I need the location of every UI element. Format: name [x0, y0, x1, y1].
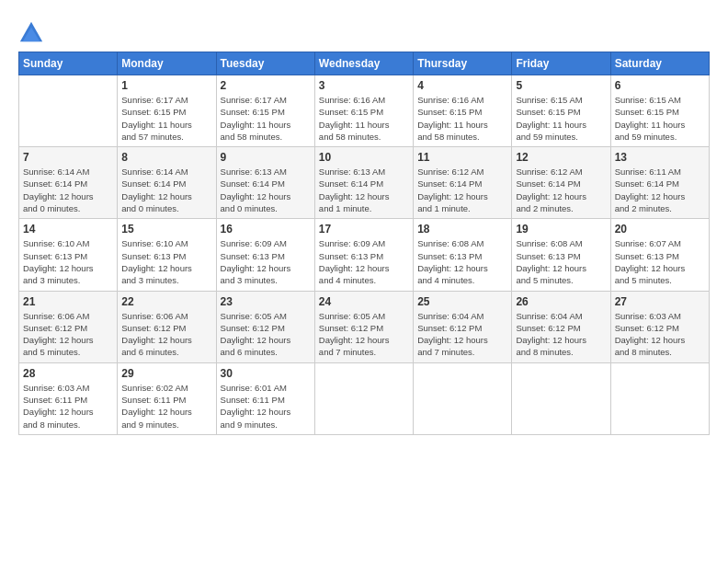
day-number: 20 — [615, 223, 705, 236]
day-number: 4 — [417, 79, 507, 92]
day-info: Sunrise: 6:02 AMSunset: 6:11 PMDaylight:… — [121, 382, 211, 431]
week-row: 7Sunrise: 6:14 AMSunset: 6:14 PMDaylight… — [19, 147, 710, 219]
day-number: 8 — [121, 151, 211, 164]
day-header-wednesday: Wednesday — [314, 52, 413, 75]
day-header-saturday: Saturday — [610, 52, 709, 75]
week-row: 28Sunrise: 6:03 AMSunset: 6:11 PMDayligh… — [19, 362, 710, 434]
day-info: Sunrise: 6:17 AMSunset: 6:15 PMDaylight:… — [221, 94, 311, 143]
calendar-cell: 15Sunrise: 6:10 AMSunset: 6:13 PMDayligh… — [118, 219, 216, 291]
calendar-cell — [414, 362, 512, 434]
day-number: 19 — [516, 223, 606, 236]
calendar-cell: 3Sunrise: 6:16 AMSunset: 6:15 PMDaylight… — [314, 75, 413, 147]
day-info: Sunrise: 6:03 AMSunset: 6:11 PMDaylight:… — [23, 382, 113, 431]
calendar-cell: 22Sunrise: 6:06 AMSunset: 6:12 PMDayligh… — [118, 291, 216, 362]
day-info: Sunrise: 6:14 AMSunset: 6:14 PMDaylight:… — [121, 166, 211, 214]
calendar-cell: 13Sunrise: 6:11 AMSunset: 6:14 PMDayligh… — [610, 147, 709, 219]
day-number: 11 — [417, 151, 507, 164]
day-number: 28 — [23, 367, 113, 380]
day-info: Sunrise: 6:03 AMSunset: 6:12 PMDaylight:… — [615, 310, 705, 359]
calendar-table: SundayMondayTuesdayWednesdayThursdayFrid… — [18, 52, 710, 435]
day-info: Sunrise: 6:09 AMSunset: 6:13 PMDaylight:… — [221, 237, 311, 286]
day-info: Sunrise: 6:01 AMSunset: 6:11 PMDaylight:… — [221, 382, 311, 431]
day-header-monday: Monday — [118, 52, 216, 75]
day-number: 12 — [516, 151, 606, 164]
calendar-cell: 16Sunrise: 6:09 AMSunset: 6:13 PMDayligh… — [216, 219, 314, 291]
calendar-cell: 1Sunrise: 6:17 AMSunset: 6:15 PMDaylight… — [118, 75, 216, 147]
day-number: 5 — [516, 79, 606, 92]
day-number: 25 — [417, 295, 507, 308]
day-info: Sunrise: 6:05 AMSunset: 6:12 PMDaylight:… — [221, 310, 311, 359]
calendar-cell: 18Sunrise: 6:08 AMSunset: 6:13 PMDayligh… — [414, 219, 512, 291]
day-number: 27 — [615, 295, 705, 308]
day-header-thursday: Thursday — [414, 52, 512, 75]
calendar-cell: 24Sunrise: 6:05 AMSunset: 6:12 PMDayligh… — [314, 291, 413, 362]
day-info: Sunrise: 6:15 AMSunset: 6:15 PMDaylight:… — [516, 94, 606, 143]
header — [18, 17, 710, 46]
calendar-cell: 27Sunrise: 6:03 AMSunset: 6:12 PMDayligh… — [610, 291, 709, 362]
day-info: Sunrise: 6:14 AMSunset: 6:14 PMDaylight:… — [23, 166, 113, 214]
day-info: Sunrise: 6:09 AMSunset: 6:13 PMDaylight:… — [319, 237, 409, 286]
calendar-cell: 17Sunrise: 6:09 AMSunset: 6:13 PMDayligh… — [314, 219, 413, 291]
calendar-cell: 29Sunrise: 6:02 AMSunset: 6:11 PMDayligh… — [118, 362, 216, 434]
calendar-cell: 14Sunrise: 6:10 AMSunset: 6:13 PMDayligh… — [19, 219, 118, 291]
calendar-cell — [19, 75, 118, 147]
day-number: 7 — [23, 151, 113, 164]
calendar-cell: 2Sunrise: 6:17 AMSunset: 6:15 PMDaylight… — [216, 75, 314, 147]
day-number: 24 — [319, 295, 409, 308]
logo — [18, 20, 48, 46]
day-number: 6 — [615, 79, 705, 92]
calendar-cell — [314, 362, 413, 434]
day-info: Sunrise: 6:07 AMSunset: 6:13 PMDaylight:… — [615, 237, 705, 286]
week-row: 14Sunrise: 6:10 AMSunset: 6:13 PMDayligh… — [19, 219, 710, 291]
day-number: 21 — [23, 295, 113, 308]
calendar-cell: 19Sunrise: 6:08 AMSunset: 6:13 PMDayligh… — [512, 219, 610, 291]
day-header-sunday: Sunday — [19, 52, 118, 75]
calendar-cell — [512, 362, 610, 434]
day-header-tuesday: Tuesday — [216, 52, 314, 75]
header-row: SundayMondayTuesdayWednesdayThursdayFrid… — [19, 52, 710, 75]
day-info: Sunrise: 6:08 AMSunset: 6:13 PMDaylight:… — [417, 237, 507, 286]
day-number: 18 — [417, 223, 507, 236]
day-number: 1 — [121, 79, 211, 92]
day-number: 22 — [121, 295, 211, 308]
day-info: Sunrise: 6:10 AMSunset: 6:13 PMDaylight:… — [23, 237, 113, 286]
calendar-cell: 25Sunrise: 6:04 AMSunset: 6:12 PMDayligh… — [414, 291, 512, 362]
calendar-cell: 12Sunrise: 6:12 AMSunset: 6:14 PMDayligh… — [512, 147, 610, 219]
day-number: 13 — [615, 151, 705, 164]
day-number: 30 — [221, 367, 311, 380]
page: SundayMondayTuesdayWednesdayThursdayFrid… — [0, 0, 728, 563]
day-info: Sunrise: 6:15 AMSunset: 6:15 PMDaylight:… — [615, 94, 705, 143]
day-info: Sunrise: 6:17 AMSunset: 6:15 PMDaylight:… — [121, 94, 211, 143]
calendar-cell: 21Sunrise: 6:06 AMSunset: 6:12 PMDayligh… — [19, 291, 118, 362]
day-number: 23 — [221, 295, 311, 308]
day-info: Sunrise: 6:06 AMSunset: 6:12 PMDaylight:… — [121, 310, 211, 359]
calendar-cell: 4Sunrise: 6:16 AMSunset: 6:15 PMDaylight… — [414, 75, 512, 147]
day-number: 15 — [121, 223, 211, 236]
day-info: Sunrise: 6:13 AMSunset: 6:14 PMDaylight:… — [221, 166, 311, 214]
calendar-cell — [610, 362, 709, 434]
day-info: Sunrise: 6:04 AMSunset: 6:12 PMDaylight:… — [417, 310, 507, 359]
calendar-cell: 20Sunrise: 6:07 AMSunset: 6:13 PMDayligh… — [610, 219, 709, 291]
day-number: 26 — [516, 295, 606, 308]
day-header-friday: Friday — [512, 52, 610, 75]
day-info: Sunrise: 6:10 AMSunset: 6:13 PMDaylight:… — [121, 237, 211, 286]
day-info: Sunrise: 6:04 AMSunset: 6:12 PMDaylight:… — [516, 310, 606, 359]
day-number: 29 — [121, 367, 211, 380]
calendar-cell: 26Sunrise: 6:04 AMSunset: 6:12 PMDayligh… — [512, 291, 610, 362]
day-number: 2 — [221, 79, 311, 92]
week-row: 21Sunrise: 6:06 AMSunset: 6:12 PMDayligh… — [19, 291, 710, 362]
calendar-cell: 10Sunrise: 6:13 AMSunset: 6:14 PMDayligh… — [314, 147, 413, 219]
calendar-cell: 8Sunrise: 6:14 AMSunset: 6:14 PMDaylight… — [118, 147, 216, 219]
day-number: 10 — [319, 151, 409, 164]
calendar-cell: 28Sunrise: 6:03 AMSunset: 6:11 PMDayligh… — [19, 362, 118, 434]
calendar-cell: 6Sunrise: 6:15 AMSunset: 6:15 PMDaylight… — [610, 75, 709, 147]
day-number: 9 — [221, 151, 311, 164]
day-info: Sunrise: 6:16 AMSunset: 6:15 PMDaylight:… — [319, 94, 409, 143]
calendar-cell: 7Sunrise: 6:14 AMSunset: 6:14 PMDaylight… — [19, 147, 118, 219]
calendar-cell: 5Sunrise: 6:15 AMSunset: 6:15 PMDaylight… — [512, 75, 610, 147]
week-row: 1Sunrise: 6:17 AMSunset: 6:15 PMDaylight… — [19, 75, 710, 147]
calendar-cell: 11Sunrise: 6:12 AMSunset: 6:14 PMDayligh… — [414, 147, 512, 219]
calendar-cell: 23Sunrise: 6:05 AMSunset: 6:12 PMDayligh… — [216, 291, 314, 362]
day-number: 3 — [319, 79, 409, 92]
day-info: Sunrise: 6:12 AMSunset: 6:14 PMDaylight:… — [417, 166, 507, 214]
